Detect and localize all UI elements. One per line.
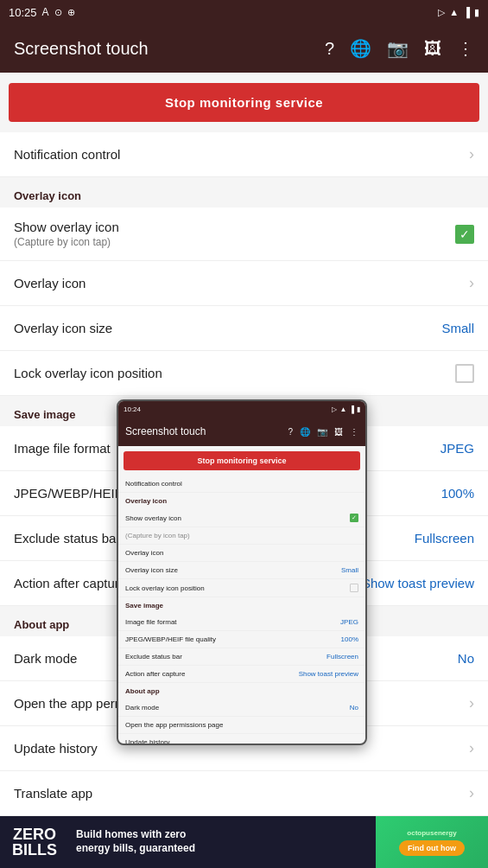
status-icon-circle: ⊙ <box>54 7 62 18</box>
translate-app-item[interactable]: Translate app › <box>0 771 488 816</box>
preview-status-bar: 10:24 ▷ ▲ ▐ ▮ <box>118 401 365 417</box>
preview-action-item: Action after capture Show toast preview <box>118 666 365 683</box>
status-bar-right: ▷ ▲ ▐ ▮ <box>438 7 479 18</box>
preview-lock-checkbox <box>350 584 358 592</box>
status-icon-alert: ⊕ <box>67 7 75 18</box>
dark-mode-value: No <box>458 651 474 666</box>
show-overlay-icon-label: Show overlay icon <box>14 220 455 234</box>
overlay-icon-label: Overlay icon <box>14 276 462 290</box>
preview-capture-sub-item: (Capture by icon tap) <box>118 527 365 545</box>
preview-capture-sub-label: (Capture by icon tap) <box>125 532 190 539</box>
ad-logo: ZERO BILLS <box>0 821 69 863</box>
show-overlay-icon-item[interactable]: Show overlay icon (Capture by icon tap) <box>0 207 488 261</box>
notification-control-label: Notification control <box>14 147 462 162</box>
overlay-icon-size-value: Small <box>441 321 474 335</box>
preview-show-overlay-item: Show overlay icon <box>118 509 365 527</box>
ad-find-out-button[interactable]: Find out how <box>399 840 465 856</box>
preview-stop-button: Stop monitoring service <box>124 451 360 470</box>
show-overlay-icon-sub: (Capture by icon tap) <box>14 236 455 248</box>
preview-app-bar: Screenshot touch ? 🌐 📷 🖼 ⋮ <box>118 417 365 446</box>
more-icon[interactable]: ⋮ <box>457 38 474 59</box>
app-icon-a: A <box>42 6 49 18</box>
preview-overlay-icon-label: Overlay icon <box>125 549 163 557</box>
preview-update-history-label: Update history <box>125 738 170 745</box>
overlay-icon-item[interactable]: Overlay icon › <box>0 261 488 306</box>
preview-camera-icon: 📷 <box>317 427 327 437</box>
signal-icon: ▐ <box>463 7 470 17</box>
preview-format-item: Image file format JPEG <box>118 614 365 631</box>
preview-dark-mode-value: No <box>350 704 358 712</box>
overlay-icon-size-label: Overlay icon size <box>14 321 441 335</box>
preview-update-history-item: Update history <box>118 734 365 745</box>
preview-overlay-size-label: Overlay icon size <box>125 566 178 574</box>
preview-permissions-label: Open the app permissions page <box>125 721 223 729</box>
translate-app-chevron: › <box>469 784 474 802</box>
preview-overlay-size-value: Small <box>341 566 358 574</box>
preview-quality-label: JPEG/WEBP/HEIF file quality <box>125 635 216 643</box>
preview-quality-item: JPEG/WEBP/HEIF file quality 100% <box>118 631 365 648</box>
ad-logo-line1: ZERO <box>13 827 56 842</box>
image-icon[interactable]: 🖼 <box>424 39 441 59</box>
preview-app-bar-icons: ? 🌐 📷 🖼 ⋮ <box>288 427 358 437</box>
preview-more-icon: ⋮ <box>350 427 358 437</box>
preview-notification-item: Notification control <box>118 475 365 493</box>
preview-lock-item: Lock overlay icon position <box>118 579 365 597</box>
preview-app-title: Screenshot touch <box>125 425 288 437</box>
chevron-right-icon: › <box>469 145 474 163</box>
help-icon[interactable]: ? <box>325 39 334 59</box>
overlay-icon-size-item[interactable]: Overlay icon size Small <box>0 306 488 351</box>
preview-overlay-header: Overlay icon <box>118 493 365 509</box>
action-after-capture-value: Show toast preview <box>362 576 474 590</box>
lock-overlay-icon-item[interactable]: Lock overlay icon position <box>0 351 488 396</box>
lock-overlay-checkbox[interactable] <box>455 364 474 383</box>
app-bar-icons: ? 🌐 📷 🖼 ⋮ <box>325 38 474 59</box>
preview-show-overlay-label: Show overlay icon <box>125 514 181 522</box>
preview-exclude-value: Fullscreen <box>326 653 358 661</box>
lock-overlay-icon-label: Lock overlay icon position <box>14 366 455 380</box>
status-bar-left: 10:25 A ⊙ ⊕ <box>9 6 75 19</box>
notification-control-item[interactable]: Notification control › <box>0 132 488 177</box>
app-bar-title: Screenshot touch <box>14 39 325 59</box>
preview-about-header: About app <box>118 683 365 699</box>
wifi-icon: ▲ <box>449 7 459 17</box>
exclude-status-bar-value: Fullscreen <box>415 531 474 546</box>
preview-overlay-size-item: Overlay icon size Small <box>118 562 365 579</box>
globe-icon[interactable]: 🌐 <box>350 38 371 59</box>
preview-globe-icon: 🌐 <box>300 427 310 437</box>
show-overlay-icon-checkbox[interactable] <box>455 225 474 244</box>
stop-monitoring-button[interactable]: Stop monitoring service <box>9 83 479 122</box>
jpeg-quality-value: 100% <box>441 486 474 501</box>
cast-icon: ▷ <box>438 7 445 18</box>
camera-icon[interactable]: 📷 <box>387 38 409 59</box>
ad-banner[interactable]: ZERO BILLS Build homes with zero energy … <box>0 816 488 868</box>
preview-action-label: Action after capture <box>125 670 185 678</box>
preview-time: 10:24 <box>124 405 141 413</box>
preview-exclude-label: Exclude status bar <box>125 653 182 661</box>
time-display: 10:25 <box>9 6 37 19</box>
preview-dark-mode-label: Dark mode <box>125 704 159 712</box>
preview-permissions-item: Open the app permissions page <box>118 717 365 734</box>
ad-text: Build homes with zero energy bills, guar… <box>69 828 376 855</box>
update-history-chevron: › <box>469 739 474 757</box>
preview-lock-label: Lock overlay icon position <box>125 584 205 592</box>
preview-notification-label: Notification control <box>125 480 182 488</box>
preview-help-icon: ? <box>288 427 293 437</box>
preview-exclude-item: Exclude status bar Fullscreen <box>118 648 365 666</box>
ad-brand: octopusenergy <box>407 829 456 837</box>
preview-show-overlay-checkbox <box>350 514 358 522</box>
preview-image-icon: 🖼 <box>334 427 343 437</box>
screenshot-preview: 10:24 ▷ ▲ ▐ ▮ Screenshot touch ? 🌐 📷 🖼 ⋮… <box>117 399 367 745</box>
preview-dark-mode-item: Dark mode No <box>118 699 365 717</box>
preview-format-value: JPEG <box>340 618 358 626</box>
image-file-format-value: JPEG <box>440 441 474 456</box>
preview-quality-value: 100% <box>341 635 358 643</box>
status-bar: 10:25 A ⊙ ⊕ ▷ ▲ ▐ ▮ <box>0 0 488 24</box>
preview-battery-icon: ▮ <box>357 405 360 413</box>
ad-logo-line2: BILLS <box>12 842 57 858</box>
preview-cast-icon: ▷ <box>332 405 337 413</box>
overlay-icon-header: Overlay icon <box>0 177 488 207</box>
ad-cta-area[interactable]: octopusenergy Find out how <box>376 816 488 868</box>
preview-wifi-icon: ▲ <box>339 405 346 413</box>
permissions-chevron: › <box>469 694 474 712</box>
preview-action-value: Show toast preview <box>299 670 358 678</box>
